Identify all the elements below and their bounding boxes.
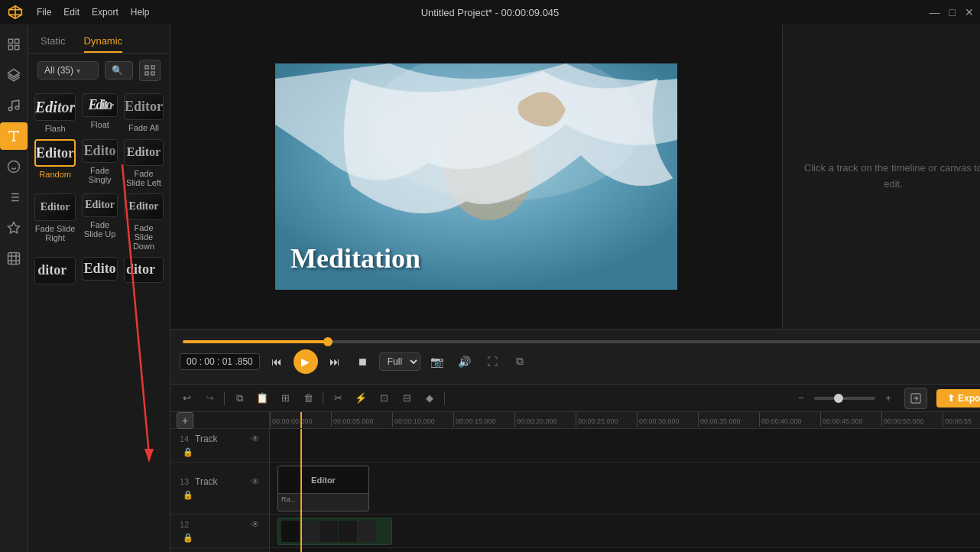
sidebar-icon-layers[interactable] (0, 61, 28, 89)
ruler-mark-9: 00:00:45.000 (820, 412, 881, 427)
svg-rect-21 (145, 66, 148, 69)
ruler-mark-5: 00:00:25.000 (576, 412, 637, 427)
effect-random[interactable]: Editor Random (34, 139, 76, 187)
undo-button[interactable]: ↩ (177, 388, 196, 408)
track-13-visibility-icon[interactable]: 👁 (251, 476, 260, 487)
clip-13-label: Ra... (281, 495, 296, 503)
cut-button[interactable]: ✂ (328, 388, 348, 408)
effect-row4-1-thumb: ditor (34, 257, 76, 284)
sidebar-icon-effects[interactable] (0, 153, 28, 180)
timeline-track-14[interactable] (270, 429, 980, 463)
sidebar-icon-audio[interactable] (0, 92, 28, 119)
menu-edit[interactable]: Edit (63, 7, 80, 18)
paste-button[interactable]: 📋 (252, 388, 272, 408)
playback-bar: 00 : 00 : 01 .850 ⏮ ▶ ⏭ ⏹ Full 📷 🔊 ⛶ ⧉ (170, 329, 980, 384)
effect-fade-slide-right[interactable]: Editor Fade Slide Right (34, 193, 76, 251)
track-13-clip[interactable]: Editor Ra... (277, 466, 369, 511)
effect-row4-2-thumb: Edito (82, 257, 118, 281)
add-track-button[interactable]: + (177, 412, 193, 429)
effect-random-thumb: Editor (34, 139, 76, 167)
effect-fade-slide-down[interactable]: Editor Fade Slide Down (124, 193, 164, 251)
ruler-mark-6: 00:00:30.000 (637, 412, 698, 427)
zoom-slider[interactable] (814, 397, 875, 400)
sidebar-icon-stickers[interactable] (0, 214, 28, 242)
zoom-in-button[interactable]: + (878, 388, 898, 408)
effect-fade-slide-right-label: Fade Slide Right (34, 224, 76, 242)
effect-flash[interactable]: Editor Flash (34, 93, 76, 133)
zoom-handle[interactable] (834, 394, 843, 403)
screenshot-button[interactable]: 📷 (427, 351, 448, 372)
panel-tabs: Static Dynamic (28, 24, 170, 54)
time-display[interactable]: 00 : 00 : 01 .850 (180, 353, 260, 370)
grid-toggle-button[interactable] (139, 60, 161, 81)
sidebar-icon-filters[interactable] (0, 245, 28, 272)
track-12-lock-icon[interactable]: 🔒 (183, 533, 193, 543)
menu-export[interactable]: Export (92, 7, 118, 18)
track-14-visibility-icon[interactable]: 👁 (251, 433, 260, 444)
close-button[interactable]: ✕ (965, 6, 974, 18)
chevron-down-icon: ▾ (76, 67, 80, 75)
maximize-button[interactable]: □ (949, 6, 956, 18)
keyframe-button[interactable]: ◆ (420, 388, 440, 408)
effect-random-label: Random (39, 170, 71, 179)
split-button[interactable]: ⚡ (351, 388, 371, 408)
search-box[interactable]: 🔍 (105, 61, 133, 80)
ruler-mark-1: 00:00:05.000 (331, 412, 392, 427)
duplicate-button[interactable]: ⊞ (275, 388, 295, 408)
stop-button[interactable]: ⏹ (352, 351, 373, 372)
quality-select[interactable]: Full (379, 352, 420, 371)
sidebar-icon-transitions[interactable] (0, 183, 28, 211)
sidebar-icon-home[interactable] (0, 31, 28, 58)
export-icon-button[interactable] (904, 388, 927, 409)
progress-handle[interactable] (323, 337, 333, 346)
progress-bar-track[interactable] (183, 340, 980, 343)
ruler-content: 00:00:00.000 00:00:05.000 00:00:10.000 0… (270, 412, 980, 428)
skip-forward-button[interactable]: ⏭ (324, 351, 346, 372)
tracks-container: Editor Ra... (270, 429, 980, 552)
track-12-visibility-icon[interactable]: 👁 (251, 519, 260, 530)
track-13-lock-icon[interactable]: 🔒 (183, 490, 193, 500)
zoom-out-button[interactable]: − (791, 388, 811, 408)
progress-bar-container[interactable] (177, 337, 980, 346)
track-14-number: 14 (180, 434, 192, 443)
copy-button[interactable]: ⧉ (229, 388, 249, 408)
redo-button[interactable]: ↪ (200, 388, 219, 408)
timeline-track-12[interactable] (270, 515, 980, 548)
menu-help[interactable]: Help (131, 7, 150, 18)
trim-button[interactable]: ⊡ (374, 388, 394, 408)
timeline-track-13[interactable]: Editor Ra... (270, 463, 980, 515)
track-14-name: Track (195, 433, 248, 444)
menu-file[interactable]: File (37, 7, 51, 18)
pip-button[interactable]: ⧉ (509, 351, 531, 372)
tab-dynamic[interactable]: Dynamic (84, 31, 123, 53)
effect-row4-2[interactable]: Edito (82, 257, 118, 287)
play-button[interactable]: ▶ (294, 349, 318, 374)
ruler-mark-8: 00:00:40.000 (759, 412, 820, 427)
effect-float[interactable]: Edito r Float (82, 93, 118, 133)
effect-flash-thumb: Editor (34, 93, 76, 121)
minimize-button[interactable]: — (930, 6, 940, 18)
ruler-mark-4: 00:00:20.000 (514, 412, 576, 427)
toolbar-separator-2 (323, 391, 323, 405)
filter-dropdown[interactable]: All (35) ▾ (37, 61, 99, 80)
export-button[interactable]: ⬆ Export (936, 389, 980, 408)
effect-fade-slide-left[interactable]: Editor Fade Slide Left (124, 139, 164, 187)
timeline-content: + 14 Track 👁 🔒 (170, 412, 980, 552)
effect-row4-3[interactable]: ditor (124, 257, 164, 287)
effect-fade-singly[interactable]: Edito Fade Singly (82, 139, 118, 187)
track-12-clip[interactable] (277, 518, 392, 545)
skip-back-button[interactable]: ⏮ (266, 351, 287, 372)
ruler-mark-11: 00:00:55 (943, 412, 980, 427)
fullscreen-button[interactable]: ⛶ (482, 351, 503, 372)
expand-button[interactable]: ⊟ (397, 388, 417, 408)
effect-row4-1[interactable]: ditor (34, 257, 76, 287)
svg-rect-3 (8, 46, 12, 50)
track-label-12: 12 👁 🔒 (170, 515, 269, 548)
track-14-lock-icon[interactable]: 🔒 (183, 447, 193, 457)
delete-button[interactable]: 🗑 (298, 388, 318, 408)
audio-button[interactable]: 🔊 (454, 351, 475, 372)
sidebar-icon-text[interactable] (0, 122, 28, 150)
effect-fade-slide-up[interactable]: Editor Fade Slide Up (82, 193, 118, 251)
tab-static[interactable]: Static (41, 31, 66, 53)
effect-fade-all[interactable]: Editor Fade All (124, 93, 164, 133)
